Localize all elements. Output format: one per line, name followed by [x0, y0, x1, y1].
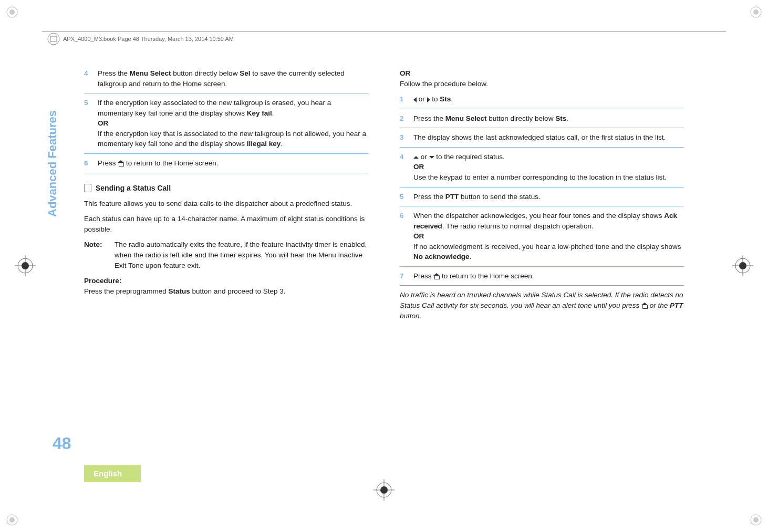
text: to [430, 95, 440, 103]
or-label: OR [413, 232, 424, 240]
text: Press the [98, 69, 130, 77]
text: . [566, 114, 568, 122]
ui-label-sel: Sel [240, 69, 250, 77]
text: Press the preprogrammed [84, 287, 169, 295]
step-divider [84, 93, 368, 93]
step-text: Press the PTT button to send the status. [413, 192, 541, 202]
step-row: 5 If the encryption key associated to th… [84, 98, 368, 149]
svg-point-3 [753, 9, 759, 15]
registration-mark-icon [732, 255, 753, 276]
ui-label-sts: Sts [440, 95, 451, 103]
step-number: 4 [84, 68, 91, 89]
text: No traffic is heard on trunked channels … [400, 291, 683, 309]
step-number: 5 [400, 192, 407, 202]
step-divider [400, 147, 684, 148]
language-label: English [84, 465, 141, 482]
ui-label-no-acknowledge: No acknowledge [413, 253, 470, 260]
step-divider [400, 109, 684, 109]
menu-select-label: Menu Select [130, 69, 171, 77]
text: Press [413, 272, 433, 280]
text: If the encryption key associated to the … [98, 99, 331, 117]
status-button-label: Status [169, 287, 190, 295]
text: . [451, 95, 453, 103]
text: button directly below [487, 114, 556, 122]
section-page-icon [84, 184, 91, 192]
step-row: 7 Press to return to the Home screen. [400, 271, 684, 281]
text: button and proceed to Step 3. [190, 287, 286, 295]
text: Press the [413, 114, 445, 122]
section-title: Sending a Status Call [96, 183, 171, 193]
svg-point-19 [380, 486, 388, 494]
ptt-label: PTT [670, 301, 683, 309]
step-text: Press to return to the Home screen. [413, 271, 534, 281]
step-number: 3 [400, 132, 407, 143]
page-content: 4 Press the Menu Select button directly … [84, 68, 684, 458]
step-text: Press the Menu Select button directly be… [413, 113, 568, 124]
home-icon [433, 274, 440, 279]
text: to return to the Home screen. [440, 272, 534, 280]
text: If no acknowledgment is received, you he… [413, 243, 681, 251]
svg-point-5 [9, 517, 15, 523]
text: button directly below [171, 69, 240, 77]
step-row: 3 The display shows the last acknowledge… [400, 132, 684, 143]
step-divider [84, 153, 368, 154]
text: or [417, 95, 427, 103]
step-text: When the dispatcher acknowledges, you he… [413, 211, 684, 262]
step-text: If the encryption key associated to the … [98, 98, 368, 149]
step-row: 2 Press the Menu Select button directly … [400, 113, 684, 124]
note-block: Note: The radio automatically exits the … [84, 239, 368, 270]
or-label: OR [413, 163, 424, 171]
step-text: Press the Menu Select button directly be… [98, 68, 368, 89]
section-tab-label: Advanced Features [46, 110, 59, 217]
step-number: 2 [400, 113, 407, 124]
step-number: 6 [84, 158, 91, 169]
note-text: The radio automatically exits the featur… [115, 239, 368, 270]
text: . [470, 253, 472, 260]
step-row: 6 When the dispatcher acknowledges, you … [400, 211, 684, 262]
text: Press [98, 159, 118, 167]
or-label: OR [400, 68, 684, 79]
step-row: 6 Press to return to the Home screen. [84, 158, 368, 169]
text: to return to the Home screen. [124, 159, 218, 167]
ui-label-sts: Sts [555, 114, 566, 122]
paragraph: Follow the procedure below. [400, 79, 684, 89]
svg-point-1 [9, 9, 15, 15]
step-divider [400, 187, 684, 187]
text: . [272, 109, 274, 117]
text: to the required status. [434, 153, 505, 161]
svg-point-7 [753, 517, 759, 523]
registration-mark-icon [373, 479, 395, 500]
note-label: Note: [84, 239, 107, 270]
svg-point-15 [739, 262, 746, 269]
crop-mark-icon [4, 512, 20, 528]
step-divider [400, 128, 684, 128]
text: Use the keypad to enter a number corresp… [413, 173, 667, 181]
svg-point-11 [22, 262, 29, 269]
step-divider [400, 206, 684, 206]
crop-mark-icon [748, 4, 764, 20]
step-text: The display shows the last acknowledged … [413, 132, 666, 143]
paragraph: Each status can have up to a 14-characte… [84, 214, 368, 234]
step-text: or to Sts. [413, 94, 453, 105]
right-column: OR Follow the procedure below. 1 or to S… [400, 68, 684, 458]
book-page-icon [47, 33, 60, 45]
header-rule [42, 32, 726, 32]
procedure-label: Procedure: [84, 276, 368, 286]
down-arrow-icon [429, 156, 434, 159]
text: button to send the status. [459, 193, 540, 201]
step-row: 5 Press the PTT button to send the statu… [400, 192, 684, 202]
step-row: 1 or to Sts. [400, 94, 684, 105]
step-divider [84, 173, 368, 173]
step-row: 4 or to the required status. OR Use the … [400, 152, 684, 183]
step-number: 4 [400, 152, 407, 183]
svg-rect-21 [50, 36, 57, 41]
ui-label-illegal-key: Illegal key [247, 140, 281, 148]
step-row: 4 Press the Menu Select button directly … [84, 68, 368, 89]
step-number: 7 [400, 271, 407, 281]
step-text: or to the required status. OR Use the ke… [413, 152, 667, 183]
up-arrow-icon [413, 156, 419, 159]
menu-select-label: Menu Select [445, 114, 487, 122]
text: . [281, 140, 283, 148]
step-text: Press to return to the Home screen. [98, 158, 219, 169]
text: Press the [413, 193, 445, 201]
